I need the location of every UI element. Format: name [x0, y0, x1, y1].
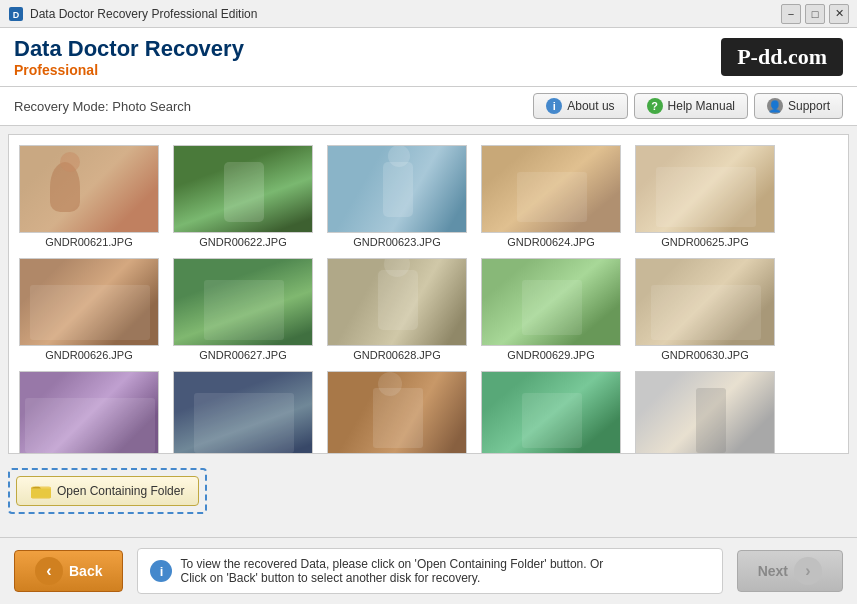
app-title-block: Data Doctor Recovery Professional — [14, 36, 244, 78]
photo-thumb — [19, 371, 159, 453]
photo-thumb — [173, 258, 313, 346]
photo-filename: GNDR00629.JPG — [507, 349, 594, 361]
app-logo: P-dd.com — [721, 38, 843, 76]
photo-filename: GNDR00625.JPG — [661, 236, 748, 248]
support-icon: 👤 — [767, 98, 783, 114]
app-title: Data Doctor Recovery — [14, 36, 244, 62]
info-circle-icon: i — [150, 560, 172, 582]
photo-thumb — [19, 258, 159, 346]
bottom-bar: ‹ Back i To view the recovered Data, ple… — [0, 537, 857, 604]
maximize-button[interactable]: □ — [805, 4, 825, 24]
photo-thumb — [635, 371, 775, 453]
back-arrow-icon: ‹ — [35, 557, 63, 585]
photo-thumb — [19, 145, 159, 233]
list-item[interactable]: GNDR00622.JPG — [173, 145, 313, 248]
photos-grid[interactable]: GNDR00621.JPG GNDR00622.JPG GNDR006 — [9, 135, 848, 453]
info-line1: To view the recovered Data, please click… — [180, 557, 603, 571]
app-header: Data Doctor Recovery Professional P-dd.c… — [0, 28, 857, 87]
folder-btn-area: Open Containing Folder — [0, 462, 857, 520]
help-manual-button[interactable]: ? Help Manual — [634, 93, 748, 119]
help-manual-label: Help Manual — [668, 99, 735, 113]
list-item[interactable]: GNDR00632.JPG — [173, 371, 313, 453]
photo-filename: GNDR00622.JPG — [199, 236, 286, 248]
list-item[interactable]: GNDR00624.JPG — [481, 145, 621, 248]
about-us-button[interactable]: i About us — [533, 93, 627, 119]
back-button[interactable]: ‹ Back — [14, 550, 123, 592]
photo-thumb — [481, 371, 621, 453]
photo-thumb — [327, 371, 467, 453]
photo-filename: GNDR00623.JPG — [353, 236, 440, 248]
titlebar-controls: − □ ✕ — [781, 4, 849, 24]
list-item[interactable]: GNDR00628.JPG — [327, 258, 467, 361]
close-button[interactable]: ✕ — [829, 4, 849, 24]
photo-filename: GNDR00624.JPG — [507, 236, 594, 248]
recovery-mode: Recovery Mode: Photo Search — [14, 99, 191, 114]
svg-rect-4 — [31, 489, 51, 498]
list-item[interactable]: GNDR00635.JPG — [635, 371, 775, 453]
info-text: To view the recovered Data, please click… — [180, 557, 603, 585]
svg-text:D: D — [13, 10, 20, 20]
next-arrow-icon: › — [794, 557, 822, 585]
app-subtitle: Professional — [14, 62, 244, 78]
list-item[interactable]: GNDR00633.JPG — [327, 371, 467, 453]
photo-grid-container: GNDR00621.JPG GNDR00622.JPG GNDR006 — [8, 134, 849, 454]
photo-row: GNDR00621.JPG GNDR00622.JPG GNDR006 — [19, 145, 838, 248]
next-label: Next — [758, 563, 788, 579]
back-label: Back — [69, 563, 102, 579]
recovery-mode-label: Recovery Mode: — [14, 99, 109, 114]
list-item[interactable]: GNDR00631.JPG — [19, 371, 159, 453]
photo-thumb — [481, 258, 621, 346]
middle-content: GNDR00621.JPG GNDR00622.JPG GNDR006 — [0, 126, 857, 604]
photo-thumb — [327, 145, 467, 233]
folder-icon — [31, 483, 51, 499]
support-button[interactable]: 👤 Support — [754, 93, 843, 119]
info-area: i To view the recovered Data, please cli… — [137, 548, 722, 594]
list-item[interactable]: GNDR00634.JPG — [481, 371, 621, 453]
recovery-mode-value: Photo Search — [112, 99, 191, 114]
help-icon: ? — [647, 98, 663, 114]
list-item[interactable]: GNDR00626.JPG — [19, 258, 159, 361]
info-icon: i — [546, 98, 562, 114]
app-icon: D — [8, 6, 24, 22]
photo-thumb — [173, 371, 313, 453]
list-item[interactable]: GNDR00627.JPG — [173, 258, 313, 361]
list-item[interactable]: GNDR00630.JPG — [635, 258, 775, 361]
photo-row: GNDR00631.JPG GNDR00632.JPG GNDR006 — [19, 371, 838, 453]
photo-thumb — [327, 258, 467, 346]
folder-btn-outline: Open Containing Folder — [8, 468, 207, 514]
toolbar-buttons: i About us ? Help Manual 👤 Support — [533, 93, 843, 119]
toolbar: Recovery Mode: Photo Search i About us ?… — [0, 87, 857, 126]
photo-thumb — [481, 145, 621, 233]
titlebar: D Data Doctor Recovery Professional Edit… — [0, 0, 857, 28]
photo-thumb — [635, 145, 775, 233]
minimize-button[interactable]: − — [781, 4, 801, 24]
photo-filename: GNDR00627.JPG — [199, 349, 286, 361]
open-containing-folder-button[interactable]: Open Containing Folder — [16, 476, 199, 506]
photo-filename: GNDR00626.JPG — [45, 349, 132, 361]
photo-filename: GNDR00630.JPG — [661, 349, 748, 361]
about-us-label: About us — [567, 99, 614, 113]
photo-thumb — [635, 258, 775, 346]
list-item[interactable]: GNDR00629.JPG — [481, 258, 621, 361]
photo-row: GNDR00626.JPG GNDR00627.JPG GNDR006 — [19, 258, 838, 361]
support-label: Support — [788, 99, 830, 113]
open-folder-label: Open Containing Folder — [57, 484, 184, 498]
list-item[interactable]: GNDR00625.JPG — [635, 145, 775, 248]
titlebar-title: Data Doctor Recovery Professional Editio… — [30, 7, 781, 21]
list-item[interactable]: GNDR00621.JPG — [19, 145, 159, 248]
photo-filename: GNDR00628.JPG — [353, 349, 440, 361]
info-line2: Click on 'Back' button to select another… — [180, 571, 603, 585]
photo-thumb — [173, 145, 313, 233]
next-button[interactable]: Next › — [737, 550, 843, 592]
photo-filename: GNDR00621.JPG — [45, 236, 132, 248]
list-item[interactable]: GNDR00623.JPG — [327, 145, 467, 248]
